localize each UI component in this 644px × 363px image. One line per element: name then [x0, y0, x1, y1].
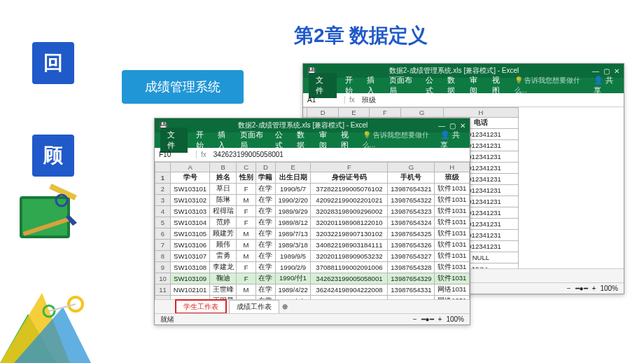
sheet-tab[interactable]: 成绩工作表 [229, 300, 279, 313]
ribbon-tab[interactable]: 视图 [341, 130, 354, 151]
ribbon-tab[interactable]: 数据 [447, 75, 461, 96]
ribbon-tab[interactable]: 页面布局 [240, 130, 267, 151]
ribbon-tab[interactable]: 审阅 [319, 130, 332, 151]
corner-decoration [0, 279, 126, 363]
ribbon-tab[interactable]: 数据 [297, 130, 310, 151]
zoom-slider[interactable]: ━●━ [575, 285, 588, 292]
ribbon-file[interactable]: 文件 [309, 73, 337, 98]
zoom-in-icon[interactable]: + [438, 315, 442, 323]
zoom-out-icon[interactable]: − [567, 285, 571, 292]
ribbon-tab[interactable]: 页面布局 [389, 75, 416, 96]
formula-value[interactable]: 班级 [359, 95, 379, 105]
share-button[interactable]: 👤 共享 [440, 130, 464, 151]
status-ready: 就绪 [160, 315, 174, 324]
minimize-icon[interactable]: — [592, 67, 599, 75]
name-box[interactable]: A1 [303, 96, 345, 104]
maximize-icon[interactable]: ▢ [603, 67, 610, 75]
ribbon-tab[interactable]: 开始 [345, 75, 359, 96]
close-icon[interactable]: ✕ [460, 122, 465, 130]
tell-me[interactable]: 💡 告诉我您想要做什么... [363, 130, 432, 150]
tools-illustration [14, 182, 84, 252]
tell-me[interactable]: 💡 告诉我您想要做什么... [514, 76, 585, 95]
ribbon-tab[interactable]: 开始 [196, 130, 209, 151]
badge-hui: 回 [32, 42, 74, 84]
window-title: 数据2-成绩管理系统.xls [兼容模式] - Excel [320, 66, 588, 76]
ribbon: 文件 开始 插入 页面布局 公式 数据 审阅 视图 💡 告诉我您想要做什么...… [303, 78, 624, 93]
minimize-icon[interactable]: — [438, 122, 445, 130]
zoom-level[interactable]: 100% [446, 315, 464, 323]
ribbon-tab[interactable]: 公式 [275, 130, 288, 151]
page-title: 第2章 数据定义 [294, 22, 428, 49]
add-sheet-icon[interactable]: ⊕ [282, 303, 288, 310]
zoom-in-icon[interactable]: + [592, 285, 596, 292]
status-bar: 就绪 − ━●━ + 100% [155, 313, 470, 324]
system-name-pill: 成绩管理系统 [122, 70, 244, 104]
fx-icon[interactable]: fx [345, 96, 359, 104]
ribbon-tab[interactable]: 审阅 [470, 75, 484, 96]
ribbon-file[interactable]: 文件 [160, 128, 188, 153]
zoom-out-icon[interactable]: − [413, 315, 417, 323]
ribbon-tab[interactable]: 插入 [218, 130, 231, 151]
share-button[interactable]: 👤 共享 [594, 75, 618, 96]
ribbon-tab[interactable]: 视图 [492, 75, 506, 96]
fx-icon[interactable]: fx [197, 151, 211, 158]
sheet-tab-active[interactable]: 学生工作表 [176, 300, 226, 313]
maximize-icon[interactable]: ▢ [449, 122, 456, 130]
badge-gu: 顾 [32, 135, 74, 177]
ribbon-tab[interactable]: 公式 [426, 75, 440, 96]
window-title: 数据2-成绩管理系统.xls [兼容模式] - Excel [172, 121, 434, 130]
zoom-level[interactable]: 100% [600, 285, 618, 292]
name-box[interactable]: F10 [155, 151, 197, 158]
sheet-tabs: 学生工作表 成绩工作表 ⊕ [155, 299, 470, 313]
front-grid[interactable]: ABCDEFGH1学号姓名性别学籍出生日期身份证号码手机号班级2SW103101… [155, 162, 470, 310]
formula-value[interactable]: 342623199005058001 [211, 151, 286, 158]
excel-window-front: 💾 数据2-成绩管理系统.xls [兼容模式] - Excel — ▢ ✕ 文件… [154, 118, 470, 325]
ribbon: 文件 开始 插入 页面布局 公式 数据 审阅 视图 💡 告诉我您想要做什么...… [155, 132, 470, 148]
zoom-slider[interactable]: ━●━ [421, 315, 434, 323]
ribbon-tab[interactable]: 插入 [367, 75, 381, 96]
close-icon[interactable]: ✕ [614, 67, 620, 75]
